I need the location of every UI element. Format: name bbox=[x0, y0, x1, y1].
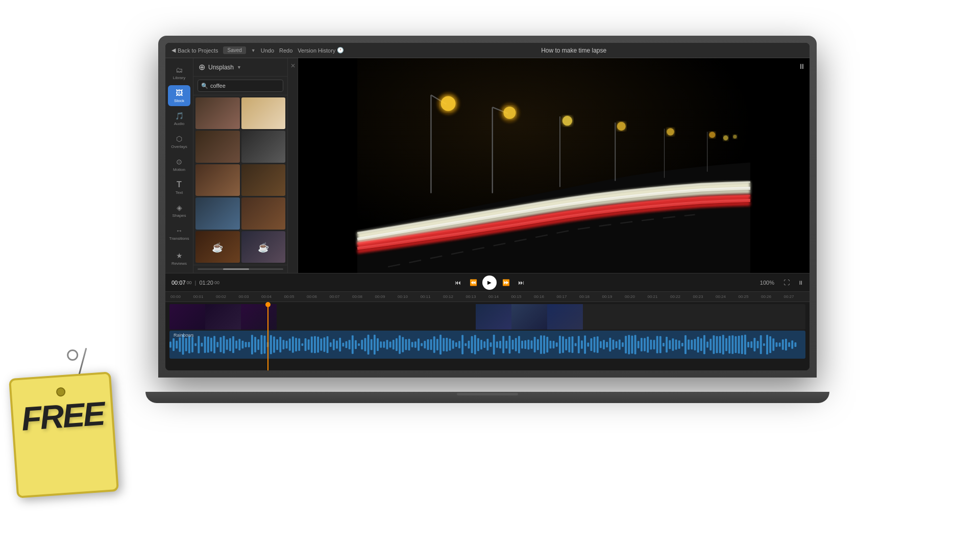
svg-rect-139 bbox=[543, 335, 545, 354]
playhead[interactable] bbox=[267, 304, 268, 370]
sidebar-item-library[interactable]: 🗂 Library bbox=[168, 62, 190, 83]
svg-rect-77 bbox=[349, 340, 351, 349]
svg-rect-106 bbox=[439, 335, 442, 355]
svg-rect-27 bbox=[191, 337, 193, 352]
svg-rect-188 bbox=[697, 337, 699, 353]
ruler-mark: 00:22 bbox=[669, 294, 692, 299]
svg-rect-98 bbox=[414, 341, 416, 347]
svg-rect-170 bbox=[641, 338, 643, 351]
sidebar-item-transitions[interactable]: ↔ Transitions bbox=[168, 223, 190, 244]
scroll-indicator bbox=[193, 265, 287, 273]
svg-rect-60 bbox=[295, 338, 297, 352]
stock-item-3[interactable]: flat lay photography ... bbox=[241, 131, 286, 162]
redo-button[interactable]: Redo bbox=[279, 47, 292, 54]
stock-item-1[interactable]: brown ceramic tea... bbox=[241, 97, 286, 129]
svg-rect-101 bbox=[424, 341, 426, 348]
stock-item-5[interactable]: coffee bean lot bbox=[241, 164, 286, 196]
svg-rect-96 bbox=[408, 339, 410, 350]
svg-rect-209 bbox=[763, 343, 765, 346]
svg-rect-70 bbox=[327, 336, 329, 353]
fast-forward-button[interactable]: ⏩ bbox=[500, 277, 512, 289]
pause-overlay-button[interactable]: ⏸ bbox=[798, 62, 805, 70]
play-button[interactable]: ▶ bbox=[482, 276, 497, 290]
stock-item-7[interactable]: The essentials of a ... bbox=[241, 197, 286, 229]
audio-waveform[interactable]: Rainbows bbox=[169, 331, 805, 359]
svg-rect-118 bbox=[477, 338, 479, 352]
top-bar: ◀ Back to Projects Saved ▼ Undo Redo Ver… bbox=[165, 43, 810, 58]
svg-rect-144 bbox=[559, 336, 561, 354]
transitions-label: Transitions bbox=[169, 236, 189, 241]
video-clip-2[interactable] bbox=[476, 304, 583, 330]
stock-item-4[interactable]: high angle photo of t... bbox=[195, 164, 240, 196]
search-input[interactable] bbox=[198, 80, 283, 92]
fullscreen-button[interactable]: ⛶ bbox=[783, 279, 790, 286]
stock-item-0[interactable]: Too early for a Guin... bbox=[195, 97, 240, 129]
stock-panel-header: ⊕ Unsplash ▼ bbox=[193, 58, 287, 77]
skip-to-start-button[interactable]: ⏮ bbox=[452, 277, 464, 289]
svg-point-14 bbox=[667, 128, 674, 135]
skip-to-end-button[interactable]: ⏭ bbox=[515, 277, 527, 289]
ruler-mark: 00:09 bbox=[374, 294, 397, 299]
svg-rect-48 bbox=[257, 339, 259, 350]
svg-rect-161 bbox=[612, 340, 615, 350]
stock-item-8[interactable]: ☕ bbox=[195, 231, 240, 263]
svg-rect-76 bbox=[346, 341, 348, 348]
svg-rect-32 bbox=[207, 337, 209, 353]
project-title: How to make time lapse bbox=[344, 47, 803, 54]
ruler-mark: 00:20 bbox=[624, 294, 647, 299]
svg-rect-158 bbox=[603, 340, 605, 349]
svg-rect-127 bbox=[505, 341, 507, 349]
source-dropdown-icon[interactable]: ▼ bbox=[237, 65, 241, 70]
video-clip-1[interactable] bbox=[169, 304, 277, 330]
ruler-mark: 00:12 bbox=[442, 294, 465, 299]
svg-rect-116 bbox=[471, 336, 473, 354]
svg-rect-74 bbox=[339, 338, 341, 352]
stock-item-9[interactable]: ☕ bbox=[241, 231, 286, 263]
svg-rect-79 bbox=[355, 340, 357, 349]
undo-button[interactable]: Undo bbox=[261, 47, 274, 54]
svg-rect-145 bbox=[562, 336, 564, 353]
sidebar-item-text[interactable]: T Text bbox=[168, 177, 190, 198]
current-time: 00:07 bbox=[172, 280, 186, 286]
stock-item-2[interactable]: I had a friend defini... bbox=[195, 131, 240, 162]
sidebar-item-overlays[interactable]: ⬡ Overlays bbox=[168, 131, 190, 152]
svg-rect-44 bbox=[245, 342, 247, 347]
svg-rect-75 bbox=[342, 343, 344, 347]
rewind-button[interactable]: ⏪ bbox=[467, 277, 479, 289]
svg-rect-34 bbox=[213, 336, 215, 353]
svg-rect-117 bbox=[474, 335, 476, 355]
svg-rect-29 bbox=[198, 336, 200, 354]
saved-dropdown-icon[interactable]: ▼ bbox=[251, 48, 256, 53]
version-history-button[interactable]: Version History 🕐 bbox=[298, 47, 344, 54]
svg-rect-146 bbox=[565, 339, 567, 350]
sidebar-item-stock[interactable]: 🖼 Stock bbox=[168, 85, 190, 106]
svg-rect-39 bbox=[229, 338, 231, 351]
svg-rect-168 bbox=[634, 335, 636, 354]
svg-rect-56 bbox=[283, 340, 285, 349]
free-tag-text: FREE bbox=[20, 399, 105, 435]
svg-rect-138 bbox=[540, 335, 542, 354]
svg-rect-110 bbox=[452, 340, 454, 349]
pause-button[interactable]: ⏸ bbox=[798, 280, 803, 286]
svg-rect-91 bbox=[393, 340, 395, 349]
close-icon: ✕ bbox=[290, 62, 296, 69]
sidebar-item-motion[interactable]: ⊙ Motion bbox=[168, 154, 190, 175]
back-to-projects-button[interactable]: ◀ Back to Projects bbox=[172, 47, 218, 54]
close-panel-button[interactable]: ✕ bbox=[288, 58, 298, 273]
sidebar-item-shapes[interactable]: ◈ Shapes bbox=[168, 200, 190, 221]
stock-item-6[interactable]: flat lay photography ... bbox=[195, 197, 240, 229]
svg-rect-219 bbox=[794, 342, 796, 347]
svg-rect-208 bbox=[760, 335, 762, 354]
svg-rect-216 bbox=[785, 339, 787, 350]
svg-rect-131 bbox=[518, 336, 520, 354]
svg-rect-67 bbox=[317, 337, 319, 353]
svg-rect-73 bbox=[336, 341, 338, 349]
svg-rect-192 bbox=[709, 339, 712, 350]
svg-rect-150 bbox=[578, 336, 580, 353]
svg-rect-182 bbox=[678, 340, 680, 348]
svg-rect-217 bbox=[788, 342, 790, 347]
svg-rect-46 bbox=[251, 335, 253, 355]
sidebar-item-reviews[interactable]: ★ Reviews bbox=[168, 248, 190, 269]
sidebar-item-audio[interactable]: 🎵 Audio bbox=[168, 108, 190, 129]
svg-rect-174 bbox=[653, 340, 655, 349]
